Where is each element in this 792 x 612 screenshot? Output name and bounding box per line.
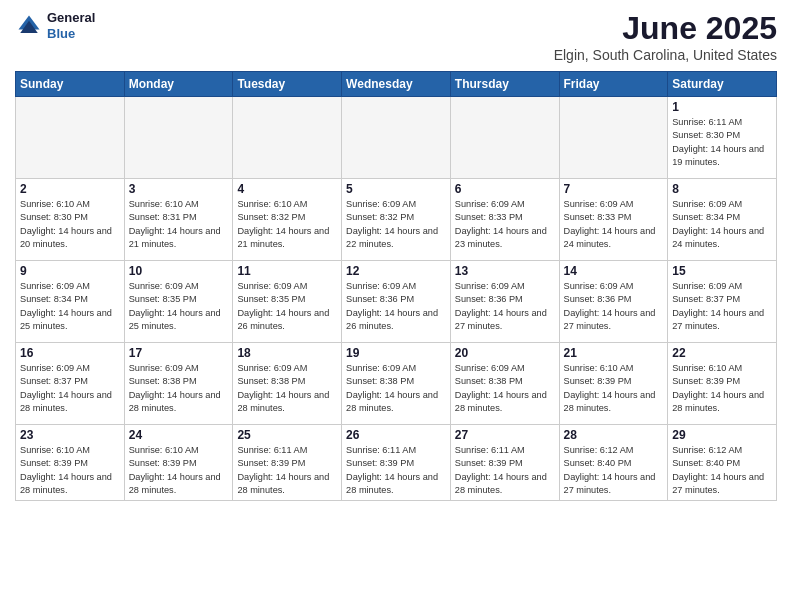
day-number: 6 xyxy=(455,182,555,196)
header: General Blue June 2025 Elgin, South Caro… xyxy=(15,10,777,63)
table-row: 26Sunrise: 6:11 AMSunset: 8:39 PMDayligh… xyxy=(342,425,451,501)
table-row: 25Sunrise: 6:11 AMSunset: 8:39 PMDayligh… xyxy=(233,425,342,501)
day-number: 16 xyxy=(20,346,120,360)
table-row: 2Sunrise: 6:10 AMSunset: 8:30 PMDaylight… xyxy=(16,179,125,261)
table-row xyxy=(450,97,559,179)
day-info: Sunrise: 6:09 AMSunset: 8:35 PMDaylight:… xyxy=(129,280,229,333)
day-number: 25 xyxy=(237,428,337,442)
table-row: 10Sunrise: 6:09 AMSunset: 8:35 PMDayligh… xyxy=(124,261,233,343)
month-title: June 2025 xyxy=(554,10,777,47)
day-number: 9 xyxy=(20,264,120,278)
table-row: 17Sunrise: 6:09 AMSunset: 8:38 PMDayligh… xyxy=(124,343,233,425)
col-thursday: Thursday xyxy=(450,72,559,97)
day-info: Sunrise: 6:11 AMSunset: 8:39 PMDaylight:… xyxy=(346,444,446,497)
table-row: 12Sunrise: 6:09 AMSunset: 8:36 PMDayligh… xyxy=(342,261,451,343)
table-row: 19Sunrise: 6:09 AMSunset: 8:38 PMDayligh… xyxy=(342,343,451,425)
table-row: 15Sunrise: 6:09 AMSunset: 8:37 PMDayligh… xyxy=(668,261,777,343)
col-sunday: Sunday xyxy=(16,72,125,97)
day-info: Sunrise: 6:10 AMSunset: 8:31 PMDaylight:… xyxy=(129,198,229,251)
day-number: 8 xyxy=(672,182,772,196)
day-number: 18 xyxy=(237,346,337,360)
calendar-week-row: 1Sunrise: 6:11 AMSunset: 8:30 PMDaylight… xyxy=(16,97,777,179)
table-row: 21Sunrise: 6:10 AMSunset: 8:39 PMDayligh… xyxy=(559,343,668,425)
day-info: Sunrise: 6:09 AMSunset: 8:37 PMDaylight:… xyxy=(20,362,120,415)
day-info: Sunrise: 6:10 AMSunset: 8:32 PMDaylight:… xyxy=(237,198,337,251)
day-info: Sunrise: 6:09 AMSunset: 8:36 PMDaylight:… xyxy=(455,280,555,333)
day-info: Sunrise: 6:10 AMSunset: 8:39 PMDaylight:… xyxy=(564,362,664,415)
day-number: 3 xyxy=(129,182,229,196)
day-number: 11 xyxy=(237,264,337,278)
day-info: Sunrise: 6:09 AMSunset: 8:38 PMDaylight:… xyxy=(346,362,446,415)
col-saturday: Saturday xyxy=(668,72,777,97)
col-monday: Monday xyxy=(124,72,233,97)
day-info: Sunrise: 6:09 AMSunset: 8:36 PMDaylight:… xyxy=(346,280,446,333)
table-row: 16Sunrise: 6:09 AMSunset: 8:37 PMDayligh… xyxy=(16,343,125,425)
day-info: Sunrise: 6:09 AMSunset: 8:36 PMDaylight:… xyxy=(564,280,664,333)
table-row: 18Sunrise: 6:09 AMSunset: 8:38 PMDayligh… xyxy=(233,343,342,425)
day-number: 15 xyxy=(672,264,772,278)
table-row xyxy=(233,97,342,179)
day-number: 12 xyxy=(346,264,446,278)
day-info: Sunrise: 6:09 AMSunset: 8:38 PMDaylight:… xyxy=(455,362,555,415)
day-info: Sunrise: 6:12 AMSunset: 8:40 PMDaylight:… xyxy=(672,444,772,497)
table-row: 22Sunrise: 6:10 AMSunset: 8:39 PMDayligh… xyxy=(668,343,777,425)
day-info: Sunrise: 6:09 AMSunset: 8:38 PMDaylight:… xyxy=(237,362,337,415)
calendar-header-row: Sunday Monday Tuesday Wednesday Thursday… xyxy=(16,72,777,97)
day-info: Sunrise: 6:09 AMSunset: 8:32 PMDaylight:… xyxy=(346,198,446,251)
day-info: Sunrise: 6:09 AMSunset: 8:33 PMDaylight:… xyxy=(455,198,555,251)
day-number: 13 xyxy=(455,264,555,278)
day-info: Sunrise: 6:12 AMSunset: 8:40 PMDaylight:… xyxy=(564,444,664,497)
logo-icon xyxy=(15,12,43,40)
day-number: 4 xyxy=(237,182,337,196)
day-info: Sunrise: 6:10 AMSunset: 8:39 PMDaylight:… xyxy=(672,362,772,415)
col-tuesday: Tuesday xyxy=(233,72,342,97)
day-info: Sunrise: 6:09 AMSunset: 8:35 PMDaylight:… xyxy=(237,280,337,333)
col-wednesday: Wednesday xyxy=(342,72,451,97)
day-info: Sunrise: 6:09 AMSunset: 8:33 PMDaylight:… xyxy=(564,198,664,251)
table-row: 8Sunrise: 6:09 AMSunset: 8:34 PMDaylight… xyxy=(668,179,777,261)
day-info: Sunrise: 6:10 AMSunset: 8:39 PMDaylight:… xyxy=(129,444,229,497)
day-number: 23 xyxy=(20,428,120,442)
table-row xyxy=(124,97,233,179)
day-number: 26 xyxy=(346,428,446,442)
calendar-week-row: 9Sunrise: 6:09 AMSunset: 8:34 PMDaylight… xyxy=(16,261,777,343)
day-number: 7 xyxy=(564,182,664,196)
location: Elgin, South Carolina, United States xyxy=(554,47,777,63)
day-info: Sunrise: 6:11 AMSunset: 8:39 PMDaylight:… xyxy=(237,444,337,497)
day-info: Sunrise: 6:11 AMSunset: 8:39 PMDaylight:… xyxy=(455,444,555,497)
day-number: 10 xyxy=(129,264,229,278)
table-row: 14Sunrise: 6:09 AMSunset: 8:36 PMDayligh… xyxy=(559,261,668,343)
day-number: 27 xyxy=(455,428,555,442)
title-block: June 2025 Elgin, South Carolina, United … xyxy=(554,10,777,63)
table-row: 9Sunrise: 6:09 AMSunset: 8:34 PMDaylight… xyxy=(16,261,125,343)
day-number: 21 xyxy=(564,346,664,360)
day-info: Sunrise: 6:09 AMSunset: 8:34 PMDaylight:… xyxy=(20,280,120,333)
day-info: Sunrise: 6:11 AMSunset: 8:30 PMDaylight:… xyxy=(672,116,772,169)
logo-text: General Blue xyxy=(47,10,95,41)
day-number: 19 xyxy=(346,346,446,360)
logo-line1: General xyxy=(47,10,95,26)
day-number: 5 xyxy=(346,182,446,196)
table-row: 3Sunrise: 6:10 AMSunset: 8:31 PMDaylight… xyxy=(124,179,233,261)
table-row: 4Sunrise: 6:10 AMSunset: 8:32 PMDaylight… xyxy=(233,179,342,261)
logo-line2: Blue xyxy=(47,26,95,42)
day-info: Sunrise: 6:09 AMSunset: 8:37 PMDaylight:… xyxy=(672,280,772,333)
table-row: 29Sunrise: 6:12 AMSunset: 8:40 PMDayligh… xyxy=(668,425,777,501)
logo: General Blue xyxy=(15,10,95,41)
day-number: 24 xyxy=(129,428,229,442)
table-row: 13Sunrise: 6:09 AMSunset: 8:36 PMDayligh… xyxy=(450,261,559,343)
table-row: 1Sunrise: 6:11 AMSunset: 8:30 PMDaylight… xyxy=(668,97,777,179)
day-info: Sunrise: 6:09 AMSunset: 8:34 PMDaylight:… xyxy=(672,198,772,251)
page: General Blue June 2025 Elgin, South Caro… xyxy=(0,0,792,612)
table-row: 6Sunrise: 6:09 AMSunset: 8:33 PMDaylight… xyxy=(450,179,559,261)
day-number: 14 xyxy=(564,264,664,278)
table-row: 11Sunrise: 6:09 AMSunset: 8:35 PMDayligh… xyxy=(233,261,342,343)
day-number: 22 xyxy=(672,346,772,360)
col-friday: Friday xyxy=(559,72,668,97)
table-row: 28Sunrise: 6:12 AMSunset: 8:40 PMDayligh… xyxy=(559,425,668,501)
day-info: Sunrise: 6:09 AMSunset: 8:38 PMDaylight:… xyxy=(129,362,229,415)
calendar-week-row: 23Sunrise: 6:10 AMSunset: 8:39 PMDayligh… xyxy=(16,425,777,501)
table-row xyxy=(342,97,451,179)
table-row: 27Sunrise: 6:11 AMSunset: 8:39 PMDayligh… xyxy=(450,425,559,501)
day-number: 1 xyxy=(672,100,772,114)
